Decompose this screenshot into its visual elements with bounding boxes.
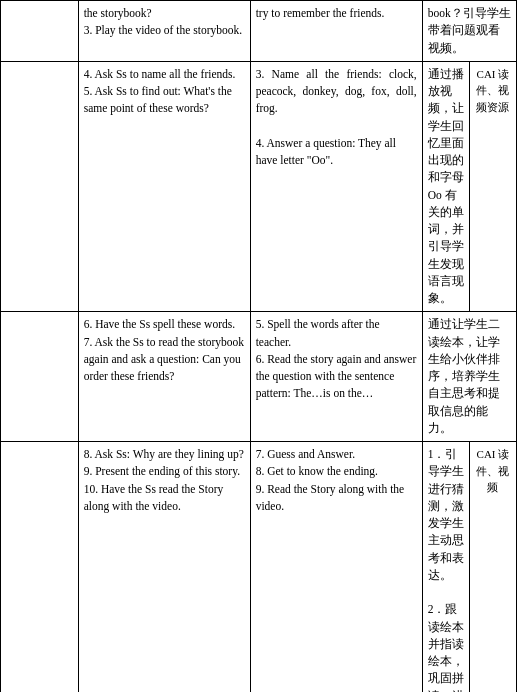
notes-3: 通过让学生二读绘本，让学生给小伙伴排序，培养学生自主思考和提取信息的能力。 <box>422 312 516 442</box>
text-spell: 6. Have the Ss spell these words. <box>84 318 235 330</box>
table-row: the storybook? 3. Play the video of the … <box>1 1 517 62</box>
text-read-video: 10. Have the Ss read the Story along wit… <box>84 483 224 512</box>
notes-2: 通过播放视频，让学生回忆里面出现的和字母 Oo 有关的单词，并引导学生发现语言现… <box>422 61 469 312</box>
text-know-ending: 8. Get to know the ending. <box>256 465 378 477</box>
cai-label-1: CAI 读件、视频资源 <box>476 68 509 113</box>
text-find-out: 5. Ask Ss to find out: What's the same p… <box>84 85 232 114</box>
text-read-story-video: 9. Read the Story along with the video. <box>256 483 405 512</box>
note-text-2: 通过播放视频，让学生回忆里面出现的和字母 Oo 有关的单词，并引导学生发现语言现… <box>428 68 464 304</box>
text-play-video: 3. Play the video of the storybook. <box>84 24 242 36</box>
text-present-ending: 9. Present the ending of this story. <box>84 465 240 477</box>
text-ask-name: 4. Ask Ss to name all the friends. <box>84 68 236 80</box>
text-read-again: 7. Ask the Ss to read the storybook agai… <box>84 336 244 383</box>
text-storybook: the storybook? <box>84 7 152 19</box>
text-answer-q: 4. Answer a question: They all have lett… <box>256 137 396 166</box>
note-text-3: 通过让学生二读绘本，让学生给小伙伴排序，培养学生自主思考和提取信息的能力。 <box>428 318 500 434</box>
note-text-4b: 2．跟读绘本并指读绘本，巩固拼读，进一步感知绘本故事。 <box>428 603 464 692</box>
cai-label-2: CAI 读件、视频 <box>476 448 509 493</box>
note-text-1: book？引导学生带着问题观看视频。 <box>428 7 511 54</box>
text-name-friends: 3. Name all the friends: clock, peacock,… <box>256 66 417 118</box>
notes-4: 1．引导学生进行猜测，激发学生主动思考和表达。 2．跟读绘本并指读绘本，巩固拼读… <box>422 442 469 693</box>
section-cell-3 <box>1 312 79 442</box>
teacher-activity-1: the storybook? 3. Play the video of the … <box>78 1 250 62</box>
student-activity-1: try to remember the friends. <box>250 1 422 62</box>
text-read-story: 6. Read the story again and answer the q… <box>256 353 417 400</box>
student-activity-2: 3. Name all the friends: clock, peacock,… <box>250 61 422 312</box>
student-activity-3: 5. Spell the words after the teacher. 6.… <box>250 312 422 442</box>
table-row: 8. Ask Ss: Why are they lining up? 9. Pr… <box>1 442 517 693</box>
text-why-lining: 8. Ask Ss: Why are they lining up? <box>84 448 244 460</box>
cai-cell-1: CAI 读件、视频资源 <box>469 61 516 312</box>
teacher-activity-2: 4. Ask Ss to name all the friends. 5. As… <box>78 61 250 312</box>
text-try-remember: try to remember the friends. <box>256 7 385 19</box>
note-text-4a: 1．引导学生进行猜测，激发学生主动思考和表达。 <box>428 448 464 581</box>
cai-cell-2: CAI 读件、视频 <box>469 442 516 693</box>
section-cell-1 <box>1 1 79 62</box>
teacher-activity-4: 8. Ask Ss: Why are they lining up? 9. Pr… <box>78 442 250 693</box>
notes-1: book？引导学生带着问题观看视频。 <box>422 1 516 62</box>
main-table-container: the storybook? 3. Play the video of the … <box>0 0 517 692</box>
student-activity-4: 7. Guess and Answer. 8. Get to know the … <box>250 442 422 693</box>
table-row: 4. Ask Ss to name all the friends. 5. As… <box>1 61 517 312</box>
section-cell-4 <box>1 442 79 693</box>
section-cell-2 <box>1 61 79 312</box>
text-guess: 7. Guess and Answer. <box>256 448 355 460</box>
table-row: 6. Have the Ss spell these words. 7. Ask… <box>1 312 517 442</box>
text-spell-after: 5. Spell the words after the teacher. <box>256 318 380 347</box>
teacher-activity-3: 6. Have the Ss spell these words. 7. Ask… <box>78 312 250 442</box>
